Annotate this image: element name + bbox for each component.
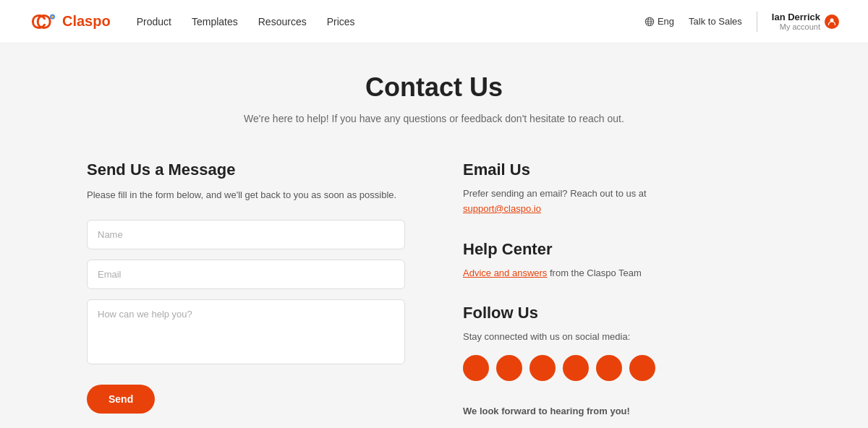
talk-to-sales-button[interactable]: Talk to Sales xyxy=(689,16,742,27)
message-textarea[interactable] xyxy=(87,299,405,364)
account-name: Ian Derrick xyxy=(772,12,820,22)
email-field-group xyxy=(87,260,405,289)
nav-resources[interactable]: Resources xyxy=(258,16,307,27)
contact-info-section: Email Us Prefer sending an email? Reach … xyxy=(463,160,781,419)
instagram-icon[interactable]: ◎ xyxy=(596,355,622,381)
svg-point-1 xyxy=(51,15,54,17)
nav-product[interactable]: Product xyxy=(137,16,171,27)
facebook-icon[interactable]: f xyxy=(463,355,489,381)
page-title: Contact Us xyxy=(87,72,781,103)
youtube-icon[interactable]: ▶ xyxy=(563,355,589,381)
send-button[interactable]: Send xyxy=(87,385,155,414)
account-icon xyxy=(825,14,839,29)
account-menu[interactable]: Ian Derrick My account xyxy=(772,12,839,31)
follow-us-block: Follow Us Stay connected with us on soci… xyxy=(463,304,781,381)
language-selector[interactable]: Eng xyxy=(644,16,674,27)
email-us-heading: Email Us xyxy=(463,160,781,179)
help-link[interactable]: Advice and answers xyxy=(463,268,547,278)
follow-us-text: Stay connected with us on social media: xyxy=(463,330,781,345)
contact-form-section: Send Us a Message Please fill in the for… xyxy=(87,160,405,419)
account-sub: My account xyxy=(780,22,820,31)
pinterest-icon[interactable]: P xyxy=(629,355,655,381)
follow-us-heading: Follow Us xyxy=(463,304,781,322)
main-nav: Product Templates Resources Prices xyxy=(137,16,355,27)
social-icons-row: f ✕ in ▶ ◎ P xyxy=(463,355,781,381)
help-center-text: Advice and answers from the Claspo Team xyxy=(463,266,781,281)
closing-text: We look forward to hearing from you! xyxy=(463,404,781,419)
help-center-heading: Help Center xyxy=(463,240,781,259)
email-us-text: Prefer sending an email? Reach out to us… xyxy=(463,187,781,217)
name-input[interactable] xyxy=(87,220,405,249)
form-heading: Send Us a Message xyxy=(87,160,405,179)
linkedin-icon[interactable]: in xyxy=(529,355,556,381)
nav-prices[interactable]: Prices xyxy=(327,16,355,27)
twitter-x-icon[interactable]: ✕ xyxy=(496,355,522,381)
form-description: Please fill in the form below, and we'll… xyxy=(87,188,405,202)
nav-templates[interactable]: Templates xyxy=(192,16,238,27)
email-link[interactable]: support@claspo.io xyxy=(463,203,541,214)
name-field-group xyxy=(87,220,405,249)
message-field-group xyxy=(87,299,405,367)
logo[interactable]: Claspo xyxy=(29,13,111,30)
globe-icon xyxy=(644,17,655,27)
email-us-block: Email Us Prefer sending an email? Reach … xyxy=(463,160,781,217)
logo-icon xyxy=(29,14,56,30)
lang-label: Eng xyxy=(658,16,674,27)
help-center-block: Help Center Advice and answers from the … xyxy=(463,240,781,281)
logo-text: Claspo xyxy=(62,13,111,30)
email-input[interactable] xyxy=(87,260,405,289)
page-subtitle: We're here to help! If you have any ques… xyxy=(87,113,781,124)
header-divider xyxy=(757,12,757,32)
